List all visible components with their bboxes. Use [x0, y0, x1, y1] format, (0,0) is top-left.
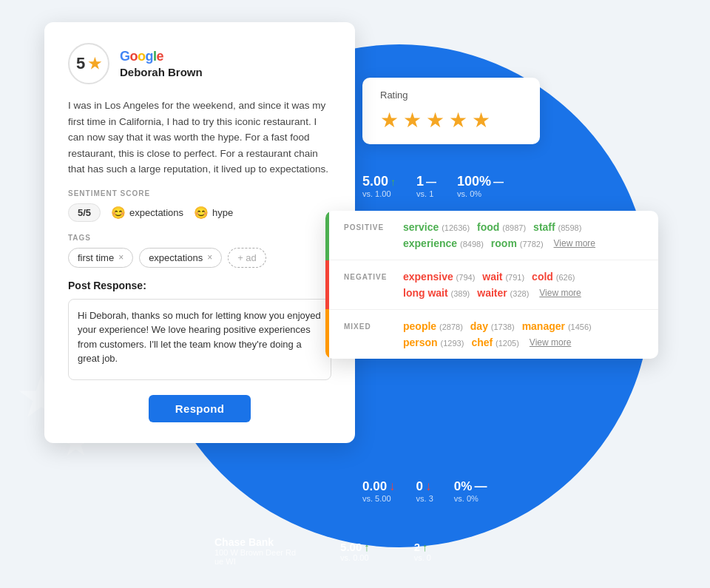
tag-label-first-time: first time	[78, 252, 114, 263]
stat-dash-percent: —	[493, 176, 504, 188]
star-1: ★	[380, 108, 399, 132]
bottom-stat-value-1: 0.00 ↓	[362, 479, 396, 494]
star-4: ★	[449, 108, 467, 132]
tags-label: TAGS	[68, 234, 331, 242]
stat-item-rating: 5.00 ↑ vs. 1.00	[362, 174, 396, 198]
rating-circle: 5 ★	[68, 43, 109, 84]
word-service[interactable]: service (12636)	[403, 221, 470, 233]
stat-value-percent: 100% —	[457, 174, 504, 189]
sentiment-section-mixed: MIXED people (2878) day (1738) manager (…	[329, 310, 658, 359]
location-stat-1: 5.00 ↑ vs. 0.00	[340, 541, 370, 562]
sentiment-section-negative: NEGATIVE expensive (794) wait (791) cold…	[329, 260, 658, 310]
bottom-stat-arrow-1: ↓	[389, 479, 396, 494]
rating-widget: Rating ★ ★ ★ ★ ★	[362, 78, 540, 144]
word-wait[interactable]: wait (791)	[482, 271, 524, 283]
word-person[interactable]: person (1293)	[403, 337, 464, 348]
review-card: 5 ★ Google Deborah Brown I was in Los An…	[44, 22, 355, 443]
location-address-1: 100 W Brown Deer Rd	[214, 548, 296, 557]
respond-button[interactable]: Respond	[149, 395, 251, 422]
sentiment-row: 5/5 😊 expectations 😊 hype	[68, 203, 331, 222]
stat-value-rating: 5.00 ↑	[362, 174, 396, 189]
stat-value-reviews: 1 —	[416, 174, 436, 189]
word-manager[interactable]: manager (1456)	[522, 320, 592, 332]
stat-arrow-rating: ↑	[390, 176, 396, 188]
bottom-stat-number-1: 0.00	[362, 479, 387, 494]
sentiment-type-mixed: MIXED	[344, 320, 403, 331]
sentiment-emoji-2: 😊	[194, 206, 209, 220]
bottom-stat-item-1: 0.00 ↓ vs. 5.00	[362, 479, 396, 503]
bottom-stats-row: 0.00 ↓ vs. 5.00 0 ↓ vs. 3 0% — vs. 0%	[362, 479, 487, 503]
stat-number-reviews: 1	[416, 174, 424, 189]
location-stat-arrow-2: ↑	[422, 541, 428, 553]
bottom-stat-sub-2: vs. 3	[416, 494, 433, 503]
word-day[interactable]: day (1738)	[470, 320, 515, 332]
word-food[interactable]: food (8987)	[477, 221, 526, 233]
view-more-negative[interactable]: View more	[539, 288, 581, 298]
location-stat-value-2: 2 ↑	[414, 541, 431, 553]
tag-expectations[interactable]: expectations ×	[139, 248, 222, 268]
tag-remove-expectations[interactable]: ×	[207, 252, 212, 263]
tag-label-expectations: expectations	[149, 252, 203, 263]
location-info: Chase Bank 100 W Brown Deer Rd ue WI	[214, 536, 296, 566]
stat-sub-percent: vs. 0%	[457, 189, 504, 198]
sentiment-item-hype: 😊 hype	[194, 206, 233, 220]
sentiment-score-label: SENTIMENT SCORE	[68, 189, 331, 197]
bottom-stat-sub-3: vs. 0%	[454, 494, 487, 503]
sentiment-card-inner: POSITIVE service (12636) food (8987) sta…	[325, 211, 658, 359]
word-people[interactable]: people (2878)	[403, 320, 463, 332]
word-cold[interactable]: cold (626)	[532, 271, 575, 283]
sentiment-type-positive: POSITIVE	[344, 221, 403, 232]
view-more-mixed[interactable]: View more	[530, 337, 571, 348]
location-stat-number-1: 5.00	[340, 541, 362, 553]
bottom-stat-sub-1: vs. 5.00	[362, 494, 396, 503]
word-experience[interactable]: experience (8498)	[403, 237, 484, 249]
sentiment-type-negative: NEGATIVE	[344, 271, 403, 281]
stat-sub-reviews: vs. 1	[416, 189, 436, 198]
word-waiter[interactable]: waiter (328)	[477, 287, 529, 299]
tag-remove-first-time[interactable]: ×	[118, 252, 124, 263]
mixed-words: people (2878) day (1738) manager (1456) …	[403, 320, 643, 348]
bar-mixed	[325, 309, 329, 359]
bottom-stat-number-2: 0	[416, 479, 423, 494]
word-room[interactable]: room (7782)	[491, 237, 544, 249]
positive-words: service (12636) food (8987) staff (8598)…	[403, 221, 643, 249]
bar-positive	[325, 211, 329, 260]
stat-item-reviews: 1 — vs. 1	[416, 174, 436, 198]
location-address-2: ue WI	[214, 557, 296, 566]
location-stat-arrow-1: ↑	[364, 541, 370, 553]
sentiment-score-badge: 5/5	[68, 203, 101, 222]
location-stat-2: 2 ↑ vs. 0	[414, 541, 431, 562]
rating-number: 5	[76, 54, 85, 73]
bottom-stat-item-3: 0% — vs. 0%	[454, 479, 487, 503]
word-staff[interactable]: staff (8598)	[533, 221, 581, 233]
bottom-stat-arrow-2: ↓	[425, 479, 432, 494]
sentiment-section-positive: POSITIVE service (12636) food (8987) sta…	[329, 211, 658, 260]
tag-first-time[interactable]: first time ×	[68, 248, 133, 268]
response-textarea[interactable]: Hi Deborah, thanks so much for letting k…	[68, 299, 331, 380]
reviewer-info: Google Deborah Brown	[120, 49, 203, 78]
bar-negative	[325, 260, 329, 310]
bottom-stat-item-2: 0 ↓ vs. 3	[416, 479, 433, 503]
review-text: I was in Los Angeles for the weekend, an…	[68, 98, 331, 178]
sentiment-left-bar	[325, 211, 329, 359]
sentiment-emoji-1: 😊	[111, 206, 126, 220]
bottom-stat-dash-3: —	[474, 479, 487, 494]
word-long-wait[interactable]: long wait (389)	[403, 287, 470, 299]
location-stat-value-1: 5.00 ↑	[340, 541, 370, 553]
tags-row: first time × expectations × + ad	[68, 248, 331, 268]
location-stat-sub-2: vs. 0	[414, 553, 431, 562]
stat-number-rating: 5.00	[362, 174, 388, 189]
location-name: Chase Bank	[214, 536, 296, 548]
add-tag-button[interactable]: + ad	[228, 248, 266, 268]
view-more-positive[interactable]: View more	[554, 238, 595, 249]
stat-item-percent: 100% — vs. 0%	[457, 174, 504, 198]
word-chef[interactable]: chef (1205)	[471, 337, 518, 348]
rating-star: ★	[88, 55, 101, 72]
sentiment-card: POSITIVE service (12636) food (8987) sta…	[325, 211, 658, 359]
word-expensive[interactable]: expensive (794)	[403, 271, 475, 283]
bottom-stat-number-3: 0%	[454, 479, 473, 494]
negative-words: expensive (794) wait (791) cold (626) lo…	[403, 271, 643, 299]
top-stats-row: 5.00 ↑ vs. 1.00 1 — vs. 1 100% — vs. 0%	[362, 174, 504, 198]
sentiment-word-1: expectations	[129, 207, 183, 218]
stat-sub-rating: vs. 1.00	[362, 189, 396, 198]
